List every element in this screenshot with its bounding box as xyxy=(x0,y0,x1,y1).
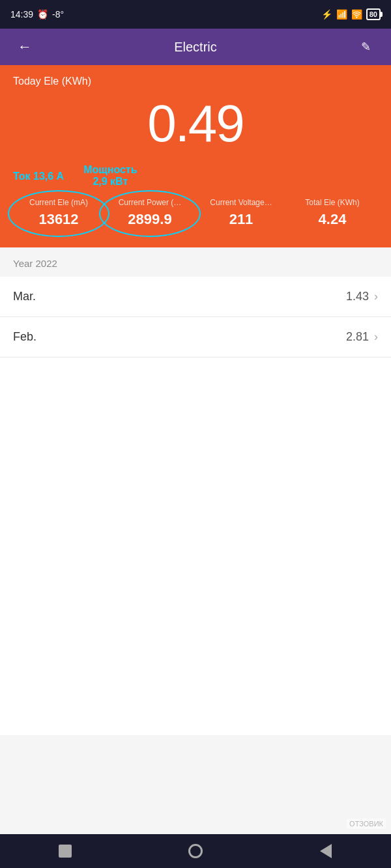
status-bar: 14:39 ⏰ -8° ⚡ 📶 🛜 80 xyxy=(0,0,391,29)
page-title: Electric xyxy=(174,40,217,55)
bottom-nav xyxy=(0,834,391,868)
edit-button[interactable]: ✎ xyxy=(355,35,378,59)
time-display: 14:39 xyxy=(10,9,33,20)
bluetooth-icon: ⚡ xyxy=(321,9,332,20)
header: ← Electric ✎ xyxy=(0,29,391,65)
month-mar-label: Mar. xyxy=(13,290,36,303)
metric-current-power-label: Current Power (… xyxy=(107,198,193,207)
month-mar-value: 1.43 xyxy=(346,290,369,303)
square-icon xyxy=(59,845,72,858)
year-header: Year 2022 xyxy=(0,247,391,277)
metric-total-ele-label: Total Ele (KWh) xyxy=(289,198,375,207)
today-ele-label: Today Ele (KWh) xyxy=(13,76,378,87)
list-section: Year 2022 Mar. 1.43 › Feb. 2.81 › xyxy=(0,247,391,357)
status-right: ⚡ 📶 🛜 80 xyxy=(321,8,381,20)
temperature-display: -8° xyxy=(52,9,64,20)
wifi-icon: 🛜 xyxy=(351,9,362,20)
metric-current-power: Current Power (… 2899.9 xyxy=(104,193,195,234)
metric-current-voltage-value: 211 xyxy=(198,211,284,228)
annotations-row: Ток 13,6 А Мощность 2,9 кВт xyxy=(13,164,378,188)
metric-current-ele-label: Current Ele (mA) xyxy=(16,198,102,207)
metric-current-ele-value: 13612 xyxy=(16,211,102,228)
back-button[interactable]: ← xyxy=(13,35,36,59)
chevron-right-icon: › xyxy=(374,290,378,303)
battery-indicator: 80 xyxy=(366,8,381,20)
nav-square-button[interactable] xyxy=(53,839,77,863)
signal-icon: 📶 xyxy=(336,9,347,20)
today-ele-value: 0.49 xyxy=(13,94,378,154)
metric-current-voltage-label: Current Voltage… xyxy=(198,198,284,207)
metric-current-ele: Current Ele (mA) 13612 xyxy=(13,193,104,234)
orange-section: Today Ele (KWh) 0.49 Ток 13,6 А Мощность… xyxy=(0,65,391,247)
watermark: ОТЗОВИК xyxy=(347,819,386,829)
metrics-row: Current Ele (mA) 13612 Current Power (… … xyxy=(13,193,378,234)
list-item-feb[interactable]: Feb. 2.81 › xyxy=(0,317,391,357)
alarm-icon: ⏰ xyxy=(37,9,48,20)
annotation-tok: Ток 13,6 А xyxy=(13,171,64,182)
list-item-mar[interactable]: Mar. 1.43 › xyxy=(0,277,391,317)
nav-back-button[interactable] xyxy=(314,839,338,863)
circle-icon xyxy=(188,844,203,858)
month-feb-value: 2.81 xyxy=(346,330,369,344)
metric-current-voltage: Current Voltage… 211 xyxy=(195,193,287,234)
nav-circle-button[interactable] xyxy=(184,839,207,863)
metric-current-power-value: 2899.9 xyxy=(107,211,193,228)
status-left: 14:39 ⏰ -8° xyxy=(10,9,64,20)
annotation-power: Мощность 2,9 кВт xyxy=(83,164,137,188)
month-mar-right: 1.43 › xyxy=(346,290,378,303)
triangle-icon xyxy=(320,844,332,858)
month-feb-label: Feb. xyxy=(13,330,36,344)
chevron-right-icon-2: › xyxy=(374,330,378,344)
metric-total-ele-value: 4.24 xyxy=(289,211,375,228)
metrics-wrapper: Current Ele (mA) 13612 Current Power (… … xyxy=(13,193,378,234)
metric-total-ele: Total Ele (KWh) 4.24 xyxy=(287,193,378,234)
empty-space xyxy=(0,357,391,735)
month-feb-right: 2.81 › xyxy=(346,330,378,344)
